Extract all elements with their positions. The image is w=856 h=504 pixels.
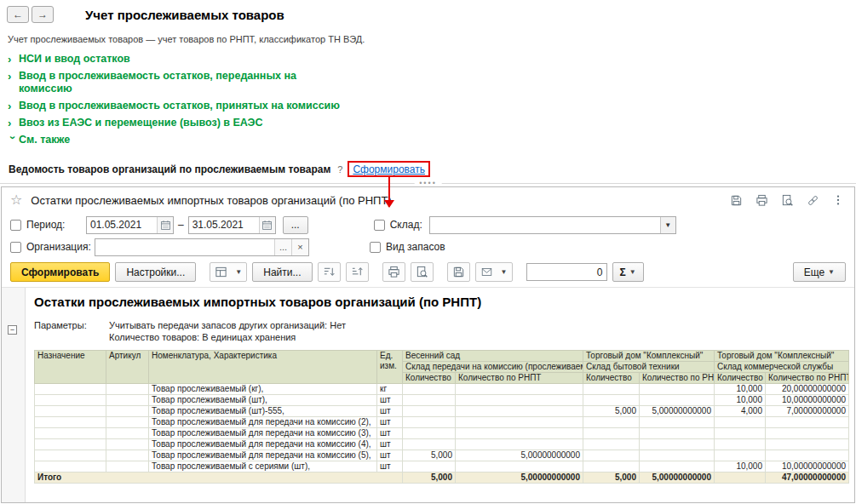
- cell-naznachenie[interactable]: [35, 384, 106, 395]
- nav-link[interactable]: ›См. также: [8, 134, 408, 146]
- cell-rnpt-1[interactable]: [456, 395, 583, 406]
- cell-unit[interactable]: шт: [377, 428, 403, 439]
- generate-button[interactable]: Сформировать: [10, 262, 110, 282]
- cell-rnpt-3[interactable]: 7,00000000000: [766, 406, 849, 417]
- nav-link[interactable]: ›НСИ и ввод остатков: [8, 53, 408, 66]
- cell-qty-3[interactable]: 10,000: [715, 461, 766, 472]
- period-from-input[interactable]: 01.05.2021: [86, 216, 174, 234]
- cell-rnpt-3[interactable]: [766, 450, 849, 461]
- sum-button[interactable]: Σ ▼: [612, 262, 644, 282]
- report-variants-button[interactable]: ▼: [210, 262, 247, 282]
- cell-rnpt-2[interactable]: [640, 450, 715, 461]
- cell-rnpt-2[interactable]: [640, 439, 715, 450]
- cell-qty-1[interactable]: 5,000: [403, 472, 456, 484]
- cell-unit[interactable]: шт: [377, 406, 403, 417]
- cell-rnpt-2[interactable]: [640, 417, 715, 428]
- nav-link[interactable]: ›Ввоз из ЕАЭС и перемещение (вывоз) в ЕА…: [8, 117, 408, 129]
- warehouse-checkbox[interactable]: [374, 220, 385, 231]
- cell-rnpt-3[interactable]: 10,00000000000: [766, 461, 849, 472]
- cell-nomenclature[interactable]: Товар прослеживаемый для передачи на ком…: [149, 439, 377, 450]
- window-splitter[interactable]: ••••: [0, 180, 856, 186]
- cell-nomenclature[interactable]: Товар прослеживаемый для передачи на ком…: [149, 417, 377, 428]
- cell-rnpt-3[interactable]: [766, 428, 849, 439]
- cell-naznachenie[interactable]: [35, 395, 106, 406]
- choose-button[interactable]: ...: [274, 239, 291, 255]
- cell-unit[interactable]: шт: [377, 461, 403, 472]
- cell-artikul[interactable]: [106, 384, 149, 395]
- stock-type-checkbox[interactable]: [370, 242, 381, 253]
- cell-qty-2[interactable]: [583, 417, 640, 428]
- sort-ascending-button[interactable]: [346, 262, 369, 282]
- cell-qty-1[interactable]: [403, 395, 456, 406]
- favorite-star-icon[interactable]: ☆: [10, 193, 22, 207]
- cell-nomenclature[interactable]: Товар прослеживаемый (шт)-555,: [149, 406, 377, 417]
- find-button[interactable]: Найти...: [252, 262, 312, 282]
- cell-rnpt-1[interactable]: 5,00000000000: [456, 450, 583, 461]
- collapse-group-icon[interactable]: −: [8, 325, 17, 335]
- cell-rnpt-3[interactable]: 47,00000000000: [766, 472, 849, 484]
- clear-icon[interactable]: ×: [291, 239, 308, 255]
- cell-naznachenie[interactable]: [35, 461, 106, 472]
- cell-artikul[interactable]: [106, 428, 149, 439]
- cell-rnpt-1[interactable]: [456, 406, 583, 417]
- save-icon[interactable]: [728, 193, 744, 208]
- cell-qty-3[interactable]: 10,000: [715, 384, 766, 395]
- sort-descending-button[interactable]: [318, 262, 341, 282]
- cell-nomenclature[interactable]: Товар прослеживаемый (шт),: [149, 395, 377, 406]
- cell-unit[interactable]: кг: [377, 384, 403, 395]
- save-result-button[interactable]: [447, 262, 470, 282]
- cell-artikul[interactable]: [106, 406, 149, 417]
- cell-rnpt-1[interactable]: [456, 461, 583, 472]
- cell-qty-3[interactable]: [715, 439, 766, 450]
- cell-rnpt-3[interactable]: 20,00000000000: [766, 384, 849, 395]
- cell-rnpt-1[interactable]: [456, 428, 583, 439]
- send-email-button[interactable]: ▼: [475, 262, 513, 282]
- cell-qty-1[interactable]: [403, 384, 456, 395]
- cell-nomenclature[interactable]: Товар прослеживаемый для передачи на ком…: [149, 428, 377, 439]
- more-button[interactable]: Еще ▼: [793, 262, 846, 282]
- cell-naznachenie[interactable]: [35, 406, 106, 417]
- period-checkbox[interactable]: [10, 220, 21, 231]
- cell-naznachenie[interactable]: [35, 439, 106, 450]
- cell-rnpt-1[interactable]: [456, 417, 583, 428]
- organization-checkbox[interactable]: [10, 242, 21, 253]
- warehouse-combo[interactable]: ▼: [429, 216, 676, 234]
- organization-input[interactable]: ... ×: [95, 238, 309, 256]
- more-vertical-icon[interactable]: [830, 193, 846, 208]
- cell-qty-2[interactable]: 5,000: [583, 406, 640, 417]
- period-options-button[interactable]: ...: [283, 216, 308, 234]
- period-to-input[interactable]: 31.05.2021: [188, 216, 276, 234]
- cell-qty-1[interactable]: [403, 439, 456, 450]
- print-preview-button[interactable]: [411, 262, 434, 282]
- cell-qty-2[interactable]: [583, 395, 640, 406]
- cell-unit[interactable]: шт: [377, 439, 403, 450]
- link-icon[interactable]: [805, 193, 820, 208]
- total-label[interactable]: Итого: [35, 472, 403, 484]
- cell-artikul[interactable]: [106, 461, 149, 472]
- cell-rnpt-2[interactable]: [640, 461, 715, 472]
- cell-rnpt-3[interactable]: [766, 417, 849, 428]
- cell-qty-3[interactable]: [715, 428, 766, 439]
- cell-artikul[interactable]: [106, 450, 149, 461]
- cell-qty-2[interactable]: [583, 384, 640, 395]
- settings-button[interactable]: Настройки...: [115, 262, 196, 282]
- nav-link[interactable]: ›Ввод в прослеживаемость остатков, перед…: [8, 70, 408, 95]
- cell-qty-1[interactable]: [403, 406, 456, 417]
- cell-naznachenie[interactable]: [35, 417, 106, 428]
- cell-qty-2[interactable]: [583, 439, 640, 450]
- cell-unit[interactable]: шт: [377, 395, 403, 406]
- cell-nomenclature[interactable]: Товар прослеживаемый для передачи на ком…: [149, 450, 377, 461]
- cell-qty-1[interactable]: [403, 417, 456, 428]
- cell-unit[interactable]: шт: [377, 450, 403, 461]
- calendar-icon[interactable]: [259, 217, 275, 233]
- cell-nomenclature[interactable]: Товар прослеживаемый с сериями (шт),: [149, 461, 377, 472]
- cell-artikul[interactable]: [106, 395, 149, 406]
- help-icon[interactable]: ?: [337, 164, 342, 175]
- precision-input[interactable]: 0: [526, 263, 607, 281]
- cell-unit[interactable]: шт: [377, 417, 403, 428]
- cell-rnpt-2[interactable]: 5,00000000000: [640, 406, 715, 417]
- cell-rnpt-3[interactable]: 10,00000000000: [766, 395, 849, 406]
- cell-rnpt-2[interactable]: [640, 428, 715, 439]
- cell-rnpt-1[interactable]: 5,00000000000: [456, 472, 583, 484]
- cell-qty-3[interactable]: [715, 450, 766, 461]
